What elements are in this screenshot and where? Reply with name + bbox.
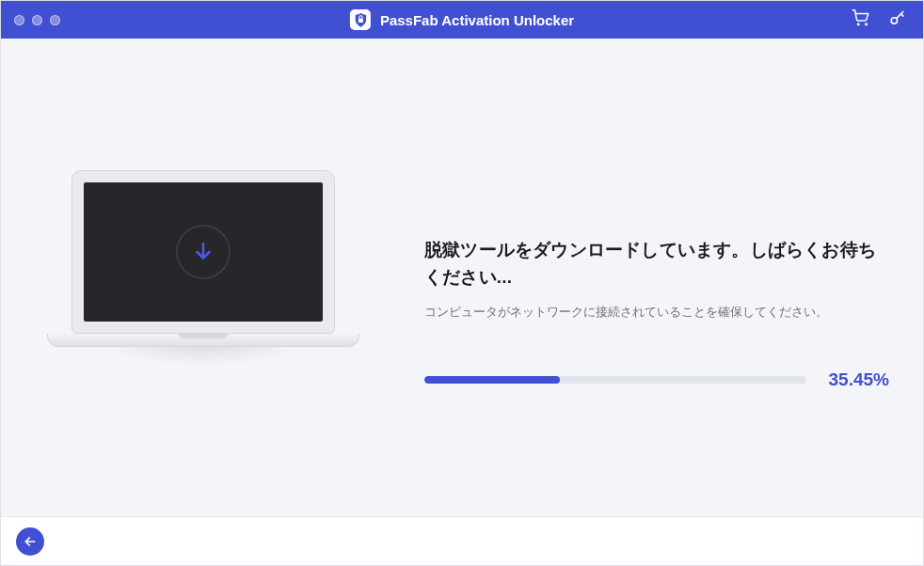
status-heading: 脱獄ツールをダウンロードしています。しばらくお待ちください... xyxy=(424,236,889,291)
progress-track xyxy=(424,376,806,384)
progress-bar: 35.45% xyxy=(424,369,889,390)
status-panel: 脱獄ツールをダウンロードしています。しばらくお待ちください... コンピュータが… xyxy=(406,39,923,390)
svg-point-2 xyxy=(866,24,868,25)
download-arrow-icon xyxy=(176,225,231,279)
window-close-button[interactable] xyxy=(14,15,24,25)
main-content: 脱獄ツールをダウンロードしています。しばらくお待ちください... コンピュータが… xyxy=(1,39,923,516)
status-subtext: コンピュータがネットワークに接続されていることを確保してください。 xyxy=(424,305,889,321)
laptop-screen-inner xyxy=(84,182,323,322)
laptop-illustration xyxy=(72,170,335,334)
cart-icon[interactable] xyxy=(852,9,869,30)
window-zoom-button[interactable] xyxy=(50,15,60,25)
laptop-notch xyxy=(179,334,228,338)
progress-fill xyxy=(424,376,560,384)
back-button[interactable] xyxy=(16,527,44,556)
key-icon[interactable] xyxy=(888,9,906,31)
app-logo-icon xyxy=(350,9,371,30)
app-title-group: PassFab Activation Unlocker xyxy=(350,9,574,30)
footer-bar xyxy=(1,516,923,565)
arrow-left-icon xyxy=(23,534,38,549)
laptop-shadow xyxy=(62,343,344,409)
laptop-base xyxy=(47,334,359,347)
title-bar: PassFab Activation Unlocker xyxy=(1,1,923,39)
app-title: PassFab Activation Unlocker xyxy=(380,12,574,28)
svg-rect-0 xyxy=(358,18,362,23)
window-controls xyxy=(14,15,60,25)
illustration-panel xyxy=(1,39,406,409)
svg-point-1 xyxy=(858,24,860,25)
window-minimize-button[interactable] xyxy=(32,15,42,25)
progress-percent-label: 35.45% xyxy=(820,369,889,390)
